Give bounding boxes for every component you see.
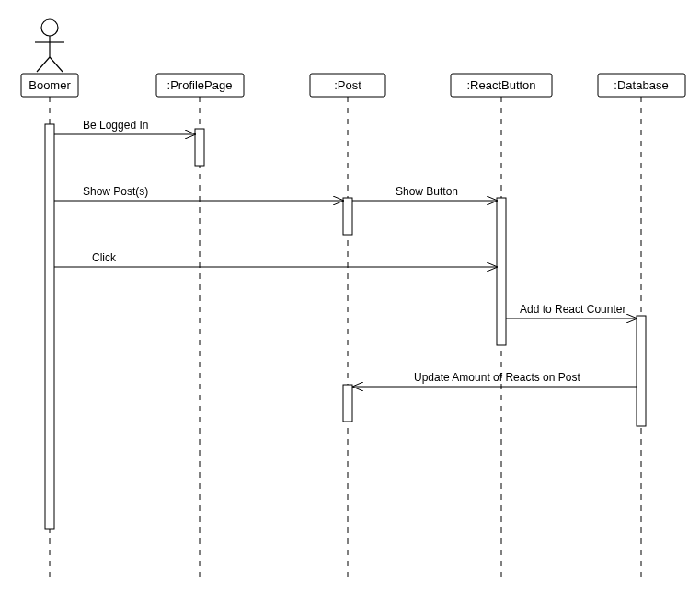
participant-label: :ProfilePage (167, 78, 233, 92)
message-label: Be Logged In (83, 119, 148, 132)
message-label: Update Amount of Reacts on Post (414, 371, 580, 384)
participant-post: :Post (310, 74, 385, 97)
activation-post-update (343, 385, 352, 422)
svg-point-0 (41, 19, 58, 36)
participant-label: :Database (614, 78, 668, 92)
participant-label: :Post (334, 78, 361, 92)
activation-actor (45, 124, 54, 529)
actor-boomer: Boomer (21, 19, 78, 97)
actor-label: Boomer (29, 78, 71, 92)
message-label: Show Button (396, 185, 458, 198)
svg-line-4 (50, 57, 63, 72)
participant-label: :ReactButton (466, 78, 535, 92)
message-label: Add to React Counter (520, 303, 625, 316)
message-label: Click (92, 251, 117, 264)
activation-post-show (343, 198, 352, 235)
activation-reactbutton (497, 198, 506, 345)
message-label: Show Post(s) (83, 185, 148, 198)
svg-line-3 (37, 57, 50, 72)
participant-profilepage: :ProfilePage (156, 74, 244, 97)
participant-database: :Database (598, 74, 685, 97)
activation-profilepage (195, 129, 204, 166)
sequence-diagram: Boomer :ProfilePage :Post :ReactButton :… (0, 0, 700, 590)
activation-database (637, 316, 646, 426)
participant-reactbutton: :ReactButton (451, 74, 552, 97)
